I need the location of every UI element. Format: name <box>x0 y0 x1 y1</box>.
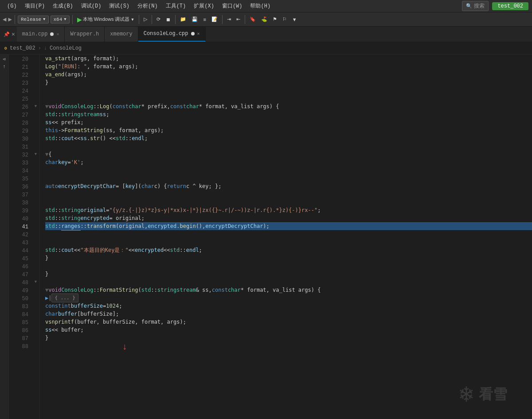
menu-window[interactable]: 窗口(W) <box>219 1 246 11</box>
tab-maincpp-close[interactable]: ✕ <box>56 31 59 37</box>
menu-tools[interactable]: 工具(T) <box>162 1 190 11</box>
code-line-33: char key = 'K'; <box>45 158 532 166</box>
path-bar: ⚙ test_002 › ↓ ConsoleLog <box>0 42 532 55</box>
search-label: 搜索 <box>474 2 485 10</box>
ln-29: 29 <box>9 127 32 135</box>
pause-btn[interactable]: ⟳ <box>155 16 162 23</box>
code-line-86: ss << buffer; <box>45 326 532 334</box>
ln-84: 84 <box>9 311 32 319</box>
ln-35: 35 <box>9 175 32 183</box>
ln-85: 85 <box>9 319 32 327</box>
arch-label: x64 <box>54 17 63 22</box>
debug-label: 本地 Windows 调试器 <box>83 16 130 23</box>
var-btn[interactable]: 📝 <box>210 16 219 23</box>
ln-83: 83 <box>9 303 32 311</box>
bookmark-btn[interactable]: 🔖 <box>248 16 258 23</box>
ln-40: 40 <box>9 215 32 223</box>
ln-33: 33 <box>9 159 32 167</box>
menu-test[interactable]: 测试(S) <box>106 1 133 11</box>
code-line-44: std::cout << "本题目的Key是：" << encrypted <<… <box>45 246 532 254</box>
tab-maincpp[interactable]: main.cpp ✕ <box>17 27 65 42</box>
indent2-btn[interactable]: ⇤ <box>235 16 242 23</box>
ln-23: 23 <box>9 79 32 87</box>
ln-24: 24 <box>9 87 32 95</box>
fold-gutter: ▼ ▼ <box>32 55 40 419</box>
tab-bar: 📌 ✕ main.cpp ✕ Wrapper.h xmemory Console… <box>0 27 532 42</box>
ln-47: 47 <box>9 271 32 279</box>
code-line-84: char buffer[bufferSize]; <box>45 310 532 318</box>
code-line-50: ▶| { ... } <box>45 294 532 302</box>
code-editor: ↓ 20 21 22 23 24 25 26 27 28 29 30 31 32… <box>9 55 532 419</box>
search-icon: 🔍 <box>466 3 472 9</box>
project-name[interactable]: test_002 <box>10 45 35 51</box>
code-line-46 <box>45 262 532 270</box>
bookmark2-btn[interactable]: ⛳ <box>259 16 269 23</box>
run-button[interactable]: ▶ 本地 Windows 调试器 ▼ <box>75 15 137 24</box>
stop-btn[interactable]: ⏹ <box>164 16 172 23</box>
up-icon[interactable]: ↑ <box>3 64 6 69</box>
back-icon[interactable]: ◀ <box>3 16 6 23</box>
code-line-31 <box>45 142 532 150</box>
config-label: Release <box>21 17 41 22</box>
ln-22: 22 <box>9 71 32 79</box>
fold-26[interactable]: ▼ <box>35 104 37 109</box>
tab-consolelog-close[interactable]: ✕ <box>197 31 200 36</box>
ln-36: 36 <box>9 183 32 191</box>
tab-maincpp-label: main.cpp <box>22 31 48 37</box>
code-line-29: this->FormatString(ss, format, args); <box>45 126 532 134</box>
expand-icon[interactable]: ⊲ <box>3 56 6 62</box>
code-line-20: va_start(args, format); <box>45 55 532 63</box>
ln-38: 38 <box>9 199 32 207</box>
code-line-35 <box>45 174 532 182</box>
code-line-38 <box>45 198 532 206</box>
bookmark4-btn[interactable]: ⚐ <box>281 16 289 23</box>
ln-32: 32 <box>9 151 32 159</box>
fold-32[interactable]: ▼ <box>35 152 37 157</box>
menu-analyze[interactable]: 分析(N) <box>134 1 161 11</box>
forward-icon[interactable]: ▶ <box>8 16 12 23</box>
code-line-49: ▼void ConsoleLog::FormatString(std::stri… <box>45 286 532 294</box>
run-no-debug[interactable]: ▷ <box>142 16 149 23</box>
symbol-name[interactable]: ConsoleLog <box>50 45 82 51</box>
path-separator-2: ↓ <box>44 45 47 51</box>
tab-consolelog[interactable]: ConsoleLog.cpp ✕ <box>138 27 206 42</box>
menu-project[interactable]: 项目(P) <box>21 1 49 11</box>
line-numbers: 20 21 22 23 24 25 26 27 28 29 30 31 32 3… <box>9 55 32 419</box>
menu-g[interactable]: (G) <box>4 2 20 10</box>
config-dropdown[interactable]: Release ▼ <box>18 16 49 23</box>
fold-49[interactable]: ▼ <box>35 280 37 284</box>
code-line-42 <box>45 230 532 238</box>
arch-dropdown[interactable]: x64 ▼ <box>51 16 70 23</box>
ln-45: 45 <box>9 255 32 263</box>
code-content[interactable]: va_start(args, format); Log("[RUN]: ", f… <box>40 55 532 419</box>
ln-46: 46 <box>9 263 32 271</box>
pin-icon[interactable]: 📌 <box>4 31 10 37</box>
ln-34: 34 <box>9 167 32 175</box>
more-btn[interactable]: ▼ <box>290 16 299 23</box>
tab-xmemory[interactable]: xmemory <box>105 27 138 42</box>
menu-build[interactable]: 生成(B) <box>49 1 77 11</box>
menu-help[interactable]: 帮助(H) <box>246 1 274 11</box>
tab-xmemory-label: xmemory <box>110 31 132 37</box>
tab-wrapper[interactable]: Wrapper.h <box>65 27 105 42</box>
close-panel-icon[interactable]: ✕ <box>12 31 15 38</box>
bookmark3-btn[interactable]: ⚑ <box>271 16 279 23</box>
sep4 <box>152 15 152 24</box>
window-title: test_002 <box>492 2 528 10</box>
code-line-21: Log("[RUN]: ", format, args); <box>45 63 532 70</box>
tab-maincpp-modified <box>50 32 54 36</box>
format-btn[interactable]: ≡ <box>201 16 207 23</box>
path-separator-1: › <box>38 45 41 51</box>
indent-btn[interactable]: ⇥ <box>225 16 233 23</box>
ln-31: 31 <box>9 143 32 151</box>
menu-debug[interactable]: 调试(D) <box>78 1 105 11</box>
save-btn[interactable]: 💾 <box>190 16 200 23</box>
ln-30: 30 <box>9 135 32 143</box>
folder-btn[interactable]: 📁 <box>178 16 188 23</box>
project-icon: ⚙ <box>4 46 7 51</box>
code-line-26: ▼void ConsoleLog::Log(const char* prefix… <box>45 102 532 110</box>
ln-41: 41 <box>9 223 32 231</box>
menu-extend[interactable]: 扩展(X) <box>190 1 218 11</box>
ln-28: 28 <box>9 119 32 127</box>
collapsed-block-50[interactable]: { ... } <box>51 294 78 302</box>
